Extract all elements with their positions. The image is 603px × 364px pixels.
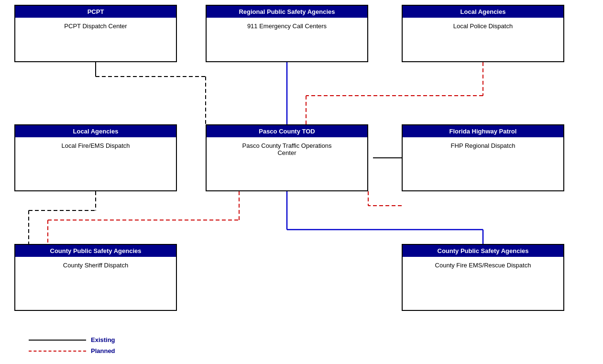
node-pcpt: PCPT PCPT Dispatch Center [14, 5, 177, 62]
legend-planned-line [29, 351, 86, 352]
node-regional-header: Regional Public Safety Agencies [207, 6, 367, 18]
legend-planned: Planned [29, 347, 115, 354]
node-county-sheriff-header: County Public Safety Agencies [15, 245, 176, 257]
node-fhp: Florida Highway Patrol FHP Regional Disp… [402, 124, 564, 191]
legend-existing-label: Existing [91, 336, 115, 343]
node-county-fire-body: County Fire EMS/Rescue Dispatch [403, 257, 563, 274]
node-pasco-tod: Pasco County TOD Pasco County Traffic Op… [206, 124, 368, 191]
legend-existing: Existing [29, 336, 115, 343]
node-pasco-tod-body: Pasco County Traffic Operations Center [207, 137, 367, 161]
node-regional: Regional Public Safety Agencies 911 Emer… [206, 5, 368, 62]
node-local-fire: Local Agencies Local Fire/EMS Dispatch [14, 124, 177, 191]
node-fhp-header: Florida Highway Patrol [403, 125, 563, 137]
node-county-fire: County Public Safety Agencies County Fir… [402, 244, 564, 311]
node-county-fire-header: County Public Safety Agencies [403, 245, 563, 257]
node-fhp-body: FHP Regional Dispatch [403, 137, 563, 154]
node-pasco-tod-header: Pasco County TOD [207, 125, 367, 137]
node-local-agencies-top-body: Local Police Dispatch [403, 18, 563, 34]
node-local-fire-body: Local Fire/EMS Dispatch [15, 137, 176, 154]
legend: Existing Planned [29, 336, 115, 354]
diagram-container: PCPT PCPT Dispatch Center Regional Publi… [0, 0, 603, 364]
node-county-sheriff-body: County Sheriff Dispatch [15, 257, 176, 274]
node-pcpt-header: PCPT [15, 6, 176, 18]
legend-planned-label: Planned [91, 347, 115, 354]
legend-existing-line [29, 340, 86, 341]
node-local-agencies-top-header: Local Agencies [403, 6, 563, 18]
node-regional-body: 911 Emergency Call Centers [207, 18, 367, 34]
node-local-agencies-top: Local Agencies Local Police Dispatch [402, 5, 564, 62]
node-pcpt-body: PCPT Dispatch Center [15, 18, 176, 34]
node-local-fire-header: Local Agencies [15, 125, 176, 137]
node-county-sheriff: County Public Safety Agencies County She… [14, 244, 177, 311]
